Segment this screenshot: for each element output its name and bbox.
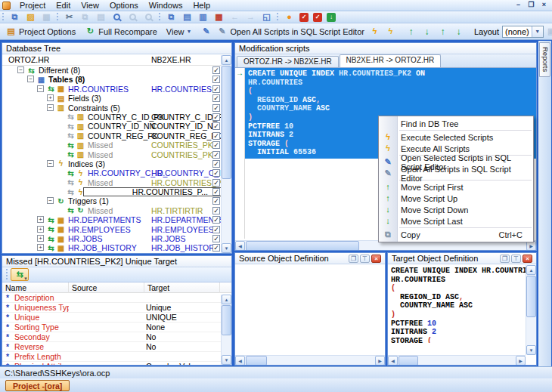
tree-row[interactable]: ⇆ϟMissedHR.COUNTRIES_PK1✓ <box>2 178 231 187</box>
collapse-icon[interactable]: − <box>47 104 54 111</box>
compare-mode-button[interactable]: ⇆ ▼ <box>11 268 29 281</box>
menu-view[interactable]: View <box>76 1 104 10</box>
tree-row[interactable]: ⇆▥MissedCOUNTRIES_PK2✓ <box>2 150 231 159</box>
menu-item-find-in-db-tree[interactable]: Find in DB Tree <box>379 118 533 129</box>
close-button[interactable]: × <box>538 2 550 10</box>
execute-all-button[interactable]: ϟ <box>383 25 398 39</box>
scroll-left-icon[interactable]: ◀ <box>235 241 245 251</box>
scrollbar-thumb[interactable] <box>222 66 231 179</box>
include-checkbox[interactable]: ✓ <box>212 197 220 205</box>
tree-row[interactable]: ⇆ϟHR.COUNTRIES_P...✓ <box>2 187 231 196</box>
scroll-down-icon[interactable]: ▼ <box>526 345 536 355</box>
verify-1-button[interactable]: ✓ <box>297 11 311 24</box>
toolbar-grip[interactable] <box>2 13 5 22</box>
close-panel-icon[interactable]: × <box>371 255 381 263</box>
target-def-vertical-scrollbar[interactable]: ▲ ▼ <box>526 265 536 355</box>
move-script-down-button[interactable]: ↑ <box>435 25 451 39</box>
menu-item-move-script-last[interactable]: ↓Move Script Last <box>379 215 533 227</box>
collapse-icon[interactable]: − <box>47 197 54 204</box>
toolbar-grip[interactable] <box>276 13 280 22</box>
restore-panel-icon[interactable]: ❐ <box>500 255 510 263</box>
tree-row[interactable]: +⇆▦HR.EMPLOYEESHR.EMPLOYEES✓ <box>2 225 231 234</box>
inspector-vertical-scrollbar[interactable]: ▲ ▼ <box>221 295 231 365</box>
tree-row[interactable]: ⇆ϟHR.COUNTRY_C_ID_HR.COUNTRY_C_ID_✓ <box>2 168 231 177</box>
scroll-left-icon[interactable]: ◀ <box>388 356 398 366</box>
execute-selected-button[interactable]: ϟ <box>367 25 383 39</box>
tree-row[interactable]: −↻Triggers (1)✓ <box>2 196 231 205</box>
expand-icon[interactable]: + <box>47 94 54 101</box>
restore-button[interactable]: ❐ <box>526 2 537 10</box>
tree-row[interactable]: +▤Fields (3)✓ <box>2 94 231 103</box>
expand-icon[interactable]: + <box>37 235 44 242</box>
include-checkbox[interactable]: ✓ <box>212 169 220 177</box>
copy-button[interactable]: ⧉ <box>77 11 93 24</box>
menu-item-execute-selected-scripts[interactable]: ϟExecute Selected Scripts <box>379 131 533 143</box>
include-checkbox[interactable]: ✓ <box>212 85 220 93</box>
include-checkbox[interactable]: ✓ <box>212 66 220 74</box>
menu-item-move-script-down[interactable]: ↓Move Script Down <box>379 204 533 215</box>
scroll-up-icon[interactable]: ▲ <box>222 55 231 65</box>
chevron-down-icon[interactable]: ▼ <box>532 26 543 37</box>
view-dropdown-button[interactable]: View ▼ <box>164 25 194 39</box>
scrollbar-thumb[interactable] <box>526 276 536 317</box>
target-def-horizontal-scrollbar[interactable]: ◀ ▶ <box>388 355 526 365</box>
collapse-icon[interactable]: − <box>17 66 24 73</box>
include-checkbox[interactable]: ✓ <box>212 179 220 187</box>
move-script-last-button[interactable]: ↓ <box>451 25 467 39</box>
tree-row[interactable]: ⇆▥MissedCOUNTRIES_PK1✓ <box>2 140 231 150</box>
include-checkbox[interactable]: ✓ <box>212 151 220 159</box>
find-next-button[interactable] <box>125 11 141 24</box>
scroll-down-icon[interactable]: ▼ <box>222 355 231 365</box>
collapse-icon[interactable]: − <box>47 160 54 167</box>
tree-row[interactable]: ⇆↻MissedHR.TIRTIRTIR✓ <box>2 206 231 215</box>
collapse-icon[interactable]: − <box>37 85 44 92</box>
toolbar-grip[interactable] <box>158 13 162 22</box>
tab-reports[interactable]: Reports <box>539 42 550 77</box>
tab-nb2xe-to-ortoz[interactable]: NB2XE.HR -> ORTOZ.HR <box>340 54 442 67</box>
column-header-source-db[interactable]: ORTOZ.HR <box>8 55 49 64</box>
new-copy-button[interactable]: ⧉ <box>7 11 23 24</box>
verify-2-button[interactable]: ✓ <box>311 11 324 24</box>
scroll-right-icon[interactable]: ▶ <box>516 356 526 366</box>
scrollbar-thumb[interactable] <box>246 356 267 366</box>
open-selected-scripts-button[interactable]: ✎ <box>198 25 214 39</box>
include-checkbox[interactable]: ✓ <box>212 132 220 140</box>
include-checkbox[interactable]: ✓ <box>212 94 220 102</box>
grid-column-target[interactable]: Target <box>144 282 220 293</box>
property-row[interactable]: *Uniqueness Type(coUnique <box>2 303 231 313</box>
include-checkbox[interactable]: ✓ <box>212 104 220 112</box>
include-checkbox[interactable]: ✓ <box>212 226 220 233</box>
tree-row[interactable]: −▥Constraints (5)✓ <box>2 103 231 113</box>
open-all-scripts-button[interactable]: ✎ Open All Scripts in SQL Script Editor <box>214 25 367 39</box>
property-row[interactable]: *Description <box>2 293 231 303</box>
save-layout-button[interactable]: ▣ <box>544 25 552 39</box>
minimize-button[interactable]: – <box>513 2 524 10</box>
close-all-windows-button[interactable]: ▦ <box>211 11 227 24</box>
include-checkbox[interactable]: ✓ <box>212 141 220 149</box>
tree-row[interactable]: −⇆Different (8)✓ <box>2 66 231 75</box>
project-options-button[interactable]: ▤ Project Options <box>3 25 78 39</box>
scrollbar-thumb[interactable] <box>398 356 418 366</box>
tree-row[interactable]: ⇆▥COUNTR_REG_FKCOUNTR_REG_FK✓ <box>2 131 231 140</box>
window-popup-button[interactable]: ◱ <box>259 11 274 24</box>
find-button[interactable] <box>109 11 125 24</box>
scroll-up-icon[interactable]: ▲ <box>526 265 536 275</box>
scroll-up-icon[interactable]: ▲ <box>222 295 231 304</box>
tree-row[interactable]: −ϟIndices (3)✓ <box>2 159 231 168</box>
tree-row[interactable]: +⇆▦HR.JOB_HISTORYHR.JOB_HISTORY✓ <box>2 243 231 252</box>
update-button[interactable]: ● <box>281 11 297 24</box>
restore-panel-icon[interactable]: ❐ <box>349 255 358 263</box>
tree-row[interactable]: +⇆▦HR.JOBSHR.JOBS✓ <box>2 234 231 243</box>
property-row[interactable]: *Prefix Length <box>2 352 231 362</box>
collapse-icon[interactable]: − <box>27 76 34 82</box>
property-row[interactable]: *SecondayNo <box>2 332 231 342</box>
toolbar-grip[interactable] <box>56 13 60 22</box>
column-header-target-db[interactable]: NB2XE.HR <box>151 55 191 64</box>
expand-icon[interactable]: + <box>37 244 44 251</box>
property-row[interactable]: *Sorting TypeNone <box>2 323 231 332</box>
property-row[interactable]: *Physical AttributesComplex Value <box>2 362 231 366</box>
include-checkbox[interactable]: ✓ <box>212 207 220 215</box>
forward-button[interactable]: → <box>243 11 259 24</box>
back-button[interactable]: ← <box>227 11 243 24</box>
tree-row[interactable]: ⇆▥COUNTRY_ID_NNCOUNTRY_ID_NN✓ <box>2 122 231 131</box>
